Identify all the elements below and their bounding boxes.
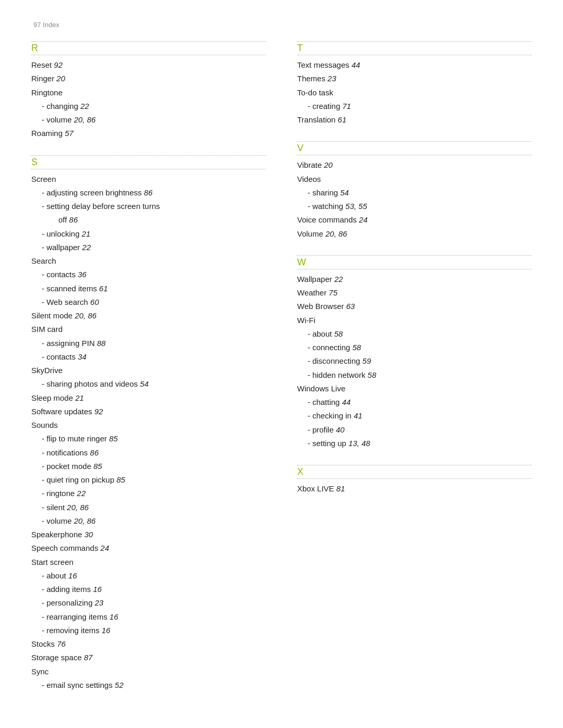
index-entry: Speakerphone 30: [31, 528, 266, 541]
page-number: 21: [82, 229, 91, 238]
index-entry: - adjusting screen brightness 86: [31, 186, 266, 200]
page-number: 87: [84, 653, 93, 662]
page-number: 92: [54, 60, 63, 69]
page-number: 20, 86: [75, 311, 96, 320]
page-number: 53, 55: [346, 202, 368, 211]
page-number: 86: [90, 448, 99, 457]
index-layout: RReset 92Ringer 20Ringtone- changing 22-…: [31, 41, 532, 707]
index-entry: - about 58: [297, 327, 532, 341]
page-number: 34: [78, 352, 87, 361]
page-number: 44: [342, 398, 351, 406]
index-entry: To-do task: [297, 86, 532, 100]
page-number: 21: [75, 393, 84, 402]
page-number: 61: [99, 284, 108, 293]
index-entry: Sync: [31, 665, 266, 678]
index-entry: - contacts 34: [31, 350, 266, 364]
index-entry: - Web search 60: [31, 295, 266, 309]
page-number: 58: [368, 371, 376, 379]
index-entry: Roaming 57: [31, 127, 266, 140]
index-section-x: XXbox LIVE 81: [297, 465, 532, 496]
page-number: 41: [353, 411, 362, 420]
index-entry: Search: [31, 254, 266, 268]
page-number: 20, 86: [74, 115, 96, 124]
index-entry: - creating 71: [297, 100, 532, 113]
page-number: 61: [338, 115, 347, 124]
section-letter-r: R: [31, 43, 266, 55]
page-number: 85: [93, 462, 102, 471]
index-entry: - disconnecting 59: [297, 354, 532, 368]
index-entry: Weather 75: [297, 286, 532, 300]
index-entry: - watching 53, 55: [297, 200, 532, 213]
index-entry: Reset 92: [31, 58, 266, 72]
index-entry: - scanned items 61: [31, 282, 266, 295]
index-section-s: SScreen- adjusting screen brightness 86-…: [31, 155, 266, 693]
index-entry: Speech commands 24: [31, 541, 266, 555]
index-entry: - chatting 44: [297, 396, 532, 409]
index-entry: SkyDrive: [31, 364, 266, 377]
page-number: 54: [340, 188, 349, 197]
index-entry: Windows Live: [297, 382, 532, 396]
page-number: 13, 48: [348, 439, 370, 448]
left-column: RReset 92Ringer 20Ringtone- changing 22-…: [31, 41, 266, 707]
page-number: 22: [334, 275, 343, 283]
index-entry: Web Browser 63: [297, 300, 532, 313]
index-entry: Xbox LIVE 81: [297, 482, 532, 496]
index-entry: - removing items 16: [31, 624, 266, 637]
page-number: 20, 86: [74, 516, 96, 525]
page-number: 24: [101, 544, 109, 552]
page-number: 85: [109, 434, 118, 443]
index-entry: Software updates 92: [31, 405, 266, 418]
index-entry: Ringtone: [31, 86, 266, 100]
index-entry: - sharing photos and videos 54: [31, 377, 266, 391]
index-entry: - contacts 36: [31, 268, 266, 281]
index-section-r: RReset 92Ringer 20Ringtone- changing 22-…: [31, 41, 266, 141]
index-entry: - ringtone 22: [31, 487, 266, 500]
index-entry: Voice commands 24: [297, 213, 532, 227]
page-number: 85: [116, 475, 125, 484]
page-number: 22: [80, 102, 89, 110]
index-entry: Silent mode 20, 86: [31, 309, 266, 323]
index-entry: Stocks 76: [31, 637, 266, 651]
page-number: 20, 86: [325, 229, 347, 238]
page-number: 16: [68, 571, 77, 580]
page-number: 81: [336, 484, 345, 493]
section-letter-x: X: [297, 466, 532, 479]
page-number: 52: [115, 681, 124, 689]
page-number: 16: [93, 585, 102, 594]
page-number: 24: [359, 215, 368, 224]
right-column: TText messages 44Themes 23To-do task- cr…: [297, 41, 532, 707]
page-number: 75: [329, 288, 338, 297]
index-entry: Start screen: [31, 556, 266, 569]
index-entry: - wallpaper 22: [31, 241, 266, 254]
page-number: 30: [84, 530, 93, 539]
page-number: 16: [102, 626, 111, 635]
index-entry: - flip to mute ringer 85: [31, 432, 266, 446]
index-entry: - silent 20, 86: [31, 501, 266, 514]
index-entry: - about 16: [31, 569, 266, 583]
index-entry: - personalizing 23: [31, 596, 266, 610]
index-entry: Wallpaper 22: [297, 273, 532, 286]
index-entry: Ringer 20: [31, 72, 266, 85]
index-entry: Wi-Fi: [297, 314, 532, 327]
index-section-w: WWallpaper 22Weather 75Web Browser 63Wi-…: [297, 255, 532, 450]
page-number: 20: [324, 161, 333, 169]
index-entry: - changing 22: [31, 100, 266, 113]
index-entry: - volume 20, 86: [31, 113, 266, 127]
page-number: 54: [140, 379, 149, 388]
page-number: 20: [56, 74, 65, 83]
section-letter-v: V: [297, 143, 532, 155]
index-entry: - profile 40: [297, 423, 532, 437]
index-entry: Volume 20, 86: [297, 227, 532, 241]
index-entry: - quiet ring on pickup 85: [31, 473, 266, 487]
page-number: 58: [352, 343, 361, 352]
index-entry: SIM card: [31, 323, 266, 336]
page-number: 23: [95, 598, 104, 607]
page-number: 71: [342, 102, 351, 110]
index-entry: - hidden network 58: [297, 368, 532, 382]
index-entry: Vibrate 20: [297, 158, 532, 172]
page-number: 86: [69, 215, 78, 224]
index-section-v: VVibrate 20Videos- sharing 54- watching …: [297, 141, 532, 241]
index-entry: Videos: [297, 172, 532, 186]
page-number: 76: [57, 639, 66, 648]
index-entry: - email sync settings 52: [31, 678, 266, 692]
